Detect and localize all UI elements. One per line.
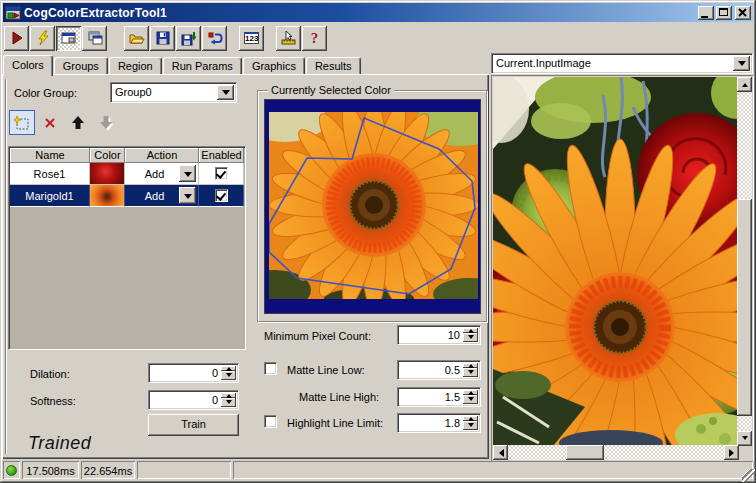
open-button[interactable] xyxy=(124,26,149,51)
table-row-rose1[interactable]: Rose1 Add xyxy=(10,163,245,185)
spin-down-button[interactable] xyxy=(463,368,478,377)
spin-down-button[interactable] xyxy=(463,421,478,430)
move-down-button[interactable] xyxy=(93,110,119,135)
save-button[interactable] xyxy=(150,26,175,51)
scroll-up-icon xyxy=(742,80,748,87)
scroll-down-button[interactable] xyxy=(737,431,752,446)
scroll-right-button[interactable] xyxy=(724,445,739,460)
close-button[interactable] xyxy=(735,6,751,20)
arrow-up-icon xyxy=(71,115,85,130)
scroll-left-button[interactable] xyxy=(493,445,508,460)
resize-grip[interactable] xyxy=(742,469,755,482)
input-image-display[interactable] xyxy=(491,75,754,462)
tab-graphics[interactable]: Graphics xyxy=(243,57,305,75)
move-up-button[interactable] xyxy=(65,110,91,135)
min-pixel-count-label: Minimum Pixel Count: xyxy=(264,330,371,342)
dilation-label: Dilation: xyxy=(30,368,70,380)
results-123-button[interactable]: 123 xyxy=(239,26,264,51)
image-source-combobox[interactable]: Current.InputImage xyxy=(491,53,753,74)
tab-groups[interactable]: Groups xyxy=(54,57,108,75)
arrow-down-icon xyxy=(99,115,113,130)
image-source-dropdown-button[interactable] xyxy=(733,56,750,71)
spin-down-icon xyxy=(468,397,474,404)
tab-run-params[interactable]: Run Params xyxy=(163,57,242,75)
matte-line-high-label: Matte Line High: xyxy=(299,391,379,403)
main-toolbar: 123 ? xyxy=(4,24,752,52)
selected-color-display[interactable] xyxy=(264,99,481,314)
tab-colors[interactable]: Colors xyxy=(3,55,53,76)
window-title: CogColorExtractorTool1 xyxy=(24,6,698,20)
title-bar[interactable]: CogColorExtractorTool1 xyxy=(3,3,753,22)
horizontal-scroll-thumb[interactable] xyxy=(566,445,604,460)
color-group-dropdown-button[interactable] xyxy=(217,85,234,100)
spin-up-icon xyxy=(468,414,474,421)
scroll-right-icon xyxy=(729,449,738,457)
grid-header-enabled[interactable]: Enabled xyxy=(199,148,244,163)
color-group-value: Group0 xyxy=(111,83,215,102)
save-as-icon xyxy=(181,30,197,46)
action-dropdown-button[interactable] xyxy=(179,165,196,182)
trained-status-text: Trained xyxy=(28,433,91,454)
chevron-down-icon xyxy=(222,90,230,99)
vertical-scroll-thumb[interactable] xyxy=(737,199,752,416)
show-image-panel-button[interactable] xyxy=(56,26,81,51)
position-tool-button[interactable] xyxy=(276,26,301,51)
float-window-button[interactable] xyxy=(82,26,107,51)
horizontal-scrollbar[interactable] xyxy=(493,445,739,460)
status-led-panel xyxy=(3,461,20,479)
spin-down-icon xyxy=(468,335,474,342)
tab-region[interactable]: Region xyxy=(109,57,162,75)
status-panel-4 xyxy=(233,461,753,479)
grid-header-name[interactable]: Name xyxy=(10,148,90,163)
cell-enabled xyxy=(199,163,244,185)
close-icon xyxy=(735,6,751,20)
spin-down-button[interactable] xyxy=(221,398,236,407)
grid-header-color[interactable]: Color xyxy=(90,148,125,163)
scroll-up-button[interactable] xyxy=(737,77,752,92)
spin-down-button[interactable] xyxy=(463,395,478,404)
numbers-icon: 123 xyxy=(244,32,259,44)
tab-results[interactable]: Results xyxy=(306,57,361,75)
delete-x-icon xyxy=(43,116,57,130)
run-button[interactable] xyxy=(4,26,29,51)
reset-button[interactable] xyxy=(202,26,227,51)
highlight-line-limit-spinner[interactable]: 1.8 xyxy=(397,413,481,433)
action-value: Add xyxy=(145,168,165,180)
status-panel-3 xyxy=(137,461,231,479)
train-button[interactable]: Train xyxy=(148,414,239,436)
scroll-down-icon xyxy=(742,436,748,443)
save-as-button[interactable] xyxy=(176,26,201,51)
live-run-button[interactable] xyxy=(30,26,55,51)
enabled-checkbox[interactable] xyxy=(215,189,228,202)
action-value: Add xyxy=(145,190,165,202)
softness-spinner[interactable]: 0 xyxy=(148,390,239,410)
grid-header-row: Name Color Action Enabled xyxy=(10,148,245,163)
tab-strip: Colors Groups Region Run Params Graphics… xyxy=(3,55,362,75)
grid-header-action[interactable]: Action xyxy=(125,148,199,163)
spin-down-icon xyxy=(226,373,232,380)
min-pixel-count-spinner[interactable]: 10 xyxy=(397,325,481,345)
matte-line-low-checkbox[interactable] xyxy=(264,362,277,375)
enabled-checkbox[interactable] xyxy=(215,167,228,180)
status-bar: 17.508ms 22.654ms xyxy=(3,460,753,480)
matte-line-low-spinner[interactable]: 0.5 xyxy=(397,360,481,380)
minimize-button[interactable] xyxy=(698,6,714,20)
spin-up-icon xyxy=(468,326,474,333)
matte-line-high-spinner[interactable]: 1.5 xyxy=(397,387,481,407)
dilation-spinner[interactable]: 0 xyxy=(148,363,239,383)
groupbox-title: Currently Selected Color xyxy=(268,84,394,96)
table-row-marigold1[interactable]: Marigold1 Add xyxy=(10,185,245,207)
highlight-line-limit-checkbox[interactable] xyxy=(264,415,277,428)
spin-down-button[interactable] xyxy=(221,371,236,380)
maximize-button[interactable] xyxy=(716,6,732,20)
color-group-combobox[interactable]: Group0 xyxy=(110,82,237,103)
image-panel-icon xyxy=(61,30,77,46)
new-color-button[interactable] xyxy=(9,110,35,135)
delete-color-button[interactable] xyxy=(37,110,63,135)
help-button[interactable]: ? xyxy=(302,26,327,51)
softness-label: Softness: xyxy=(30,395,76,407)
spin-down-button[interactable] xyxy=(463,333,478,342)
vertical-scrollbar[interactable] xyxy=(737,77,752,446)
new-region-icon xyxy=(14,115,30,131)
action-dropdown-button[interactable] xyxy=(179,187,196,204)
